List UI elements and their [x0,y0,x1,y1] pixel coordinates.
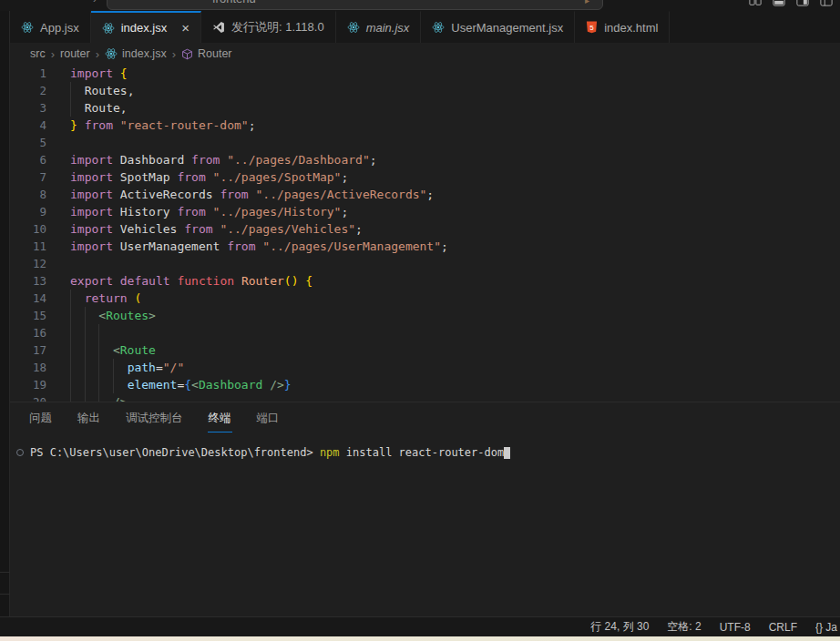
tab-index.jsx[interactable]: index.jsx× [91,11,201,43]
panel-tab-问题[interactable]: 问题 [28,403,53,432]
code-line: 17 <Route [10,341,840,359]
editor-tab-bar: App.jsxindex.jsx×发行说明: 1.118.0main.jsxUs… [10,11,840,43]
code-token: Route [85,101,120,115]
status-item[interactable]: UTF-8 [720,621,751,634]
code-token [113,222,120,236]
code-token: "../pages/Vehicles" [220,222,355,236]
code-editor[interactable]: 1import {2 Routes,3 Route,4} from "react… [10,65,840,402]
code-token [77,118,85,132]
tab-label: UserManagement.jsx [451,21,563,35]
command-center-detail-icon[interactable]: ▸ [585,0,589,11]
customize-layout-icon[interactable] [820,0,833,6]
code-line: 16 [10,324,840,341]
panel-tab-端口[interactable]: 端口 [256,403,281,432]
code-token: export [70,274,113,288]
indent-guide [113,376,114,393]
breadcrumb-item-index.jsx[interactable]: index.jsx [105,47,167,60]
indent-guide [85,307,86,324]
code-token: () [284,274,299,288]
tab-label: main.jsx [366,21,410,35]
command-decoration-icon[interactable] [16,449,24,456]
indent-guide [98,393,99,402]
code-line-text: <Route [70,341,840,359]
line-number: 18 [10,359,46,376]
code-token: import [70,188,113,201]
code-line-text: /> [70,393,840,402]
status-item[interactable]: 行 24, 列 30 [590,619,649,635]
tab-发行说明: 1.118.0[interactable]: 发行说明: 1.118.0 [201,11,336,43]
code-token: Routes [85,84,128,97]
code-token: } [70,118,77,132]
code-token [262,378,270,392]
indent-guide [85,341,86,359]
code-token: , [120,101,128,115]
code-line-text: export default function Router() { [70,272,840,290]
status-item[interactable]: {} Ja [815,621,840,634]
panel-tab-终端[interactable]: 终端 [208,403,232,432]
command-center-label: frontend [212,0,256,5]
window-layout-controls [749,0,833,6]
forward-arrow-icon[interactable]: › [93,0,97,5]
tab-main.jsx[interactable]: main.jsx [336,11,422,43]
code-line: 10import Vehicles from "../pages/Vehicle… [10,220,840,238]
command-center-search[interactable]: frontend ▸ [107,0,603,10]
status-item[interactable]: CRLF [769,621,797,634]
react-file-icon [347,21,360,34]
code-line: 1import { [10,65,840,82]
code-line: 15 <Routes> [10,307,840,324]
toggle-secondary-sidebar-icon[interactable] [796,0,809,6]
line-number: 19 [10,376,46,393]
indent-guide [70,99,71,117]
code-token: "../pages/Dashboard" [227,153,370,167]
code-token: ; [441,239,448,253]
code-token: < [98,309,106,322]
code-token: Vehicles [120,222,178,236]
tab-App.jsx[interactable]: App.jsx [10,11,91,43]
code-line-text: Route, [70,99,840,117]
code-line-text: element={<Dashboard />} [70,376,840,393]
terminal-area[interactable]: PS C:\Users\user\OneDrive\Desktop\fronte… [16,445,840,460]
code-token: "../pages/ActiveRecords" [256,188,427,201]
close-icon[interactable]: × [181,21,190,35]
breadcrumb-item-router[interactable]: router [60,47,90,60]
react-file-icon [432,21,445,34]
breadcrumb-label: src [30,47,46,60]
code-token: from [220,188,248,201]
line-number: 4 [10,117,46,134]
line-number: 10 [10,220,46,238]
indent-guide [70,290,71,307]
tab-UserManagement.jsx[interactable]: UserManagement.jsx [421,11,575,43]
code-token [70,395,113,402]
code-token [206,205,213,219]
tab-index.html[interactable]: 5index.html [575,11,670,43]
terminal-prompt: PS C:\Users\user\OneDrive\Desktop\fronte… [30,446,320,459]
code-token: } [284,378,292,392]
code-line-text: import { [70,65,840,82]
code-line-text: } from "react-router-dom"; [70,117,840,134]
code-token [70,291,85,305]
code-line: 18 path="/" [10,359,840,376]
split-editor-icon[interactable] [749,0,762,6]
indent-guide [113,359,114,376]
breadcrumb-item-src[interactable]: src [30,47,46,60]
toggle-panel-icon[interactable] [773,0,785,6]
code-token: "../pages/UserManagement" [262,239,441,253]
indent-guide [98,341,99,359]
activity-bar-cell [0,572,10,594]
code-line: 12 [10,255,840,272]
status-item[interactable]: 空格: 2 [667,619,701,635]
code-line: 20 /> [10,393,840,402]
code-token: element [128,378,178,392]
panel-tab-调试控制台[interactable]: 调试控制台 [125,403,184,432]
activity-bar-edge [0,11,10,616]
code-line-text: import ActiveRecords from "../pages/Acti… [70,186,840,203]
code-line-text: <Routes> [70,307,840,324]
indent-guide [98,376,99,393]
panel-tab-输出[interactable]: 输出 [77,403,101,432]
code-token: ( [134,291,141,305]
breadcrumb-item-Router[interactable]: Router [181,47,232,60]
breadcrumb: src›router›index.jsx›Router [10,43,840,65]
code-line: 5 [10,134,840,151]
code-token: /> [270,378,284,392]
code-line-text: import History from "../pages/History"; [70,203,840,220]
